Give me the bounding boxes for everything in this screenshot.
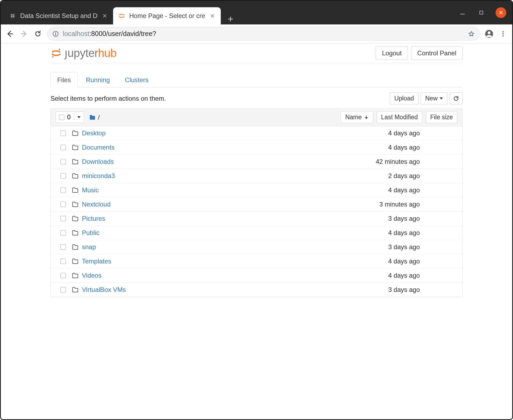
file-list: 0 / Name Last Modified bbox=[50, 108, 463, 297]
folder-outline-icon bbox=[72, 258, 79, 265]
folder-outline-icon bbox=[72, 201, 79, 208]
list-item[interactable]: Public 4 days ago bbox=[51, 226, 462, 240]
row-checkbox[interactable] bbox=[60, 287, 66, 292]
row-checkbox[interactable] bbox=[60, 202, 66, 207]
logout-button[interactable]: Logout bbox=[376, 46, 408, 60]
item-name[interactable]: miniconda3 bbox=[82, 172, 115, 180]
new-tab-button[interactable] bbox=[225, 14, 236, 24]
folder-outline-icon bbox=[72, 286, 79, 293]
url-text: localhost:8000/user/david/tree? bbox=[63, 30, 156, 38]
new-label: New bbox=[425, 95, 438, 102]
list-item[interactable]: Templates 4 days ago bbox=[51, 254, 462, 268]
list-item[interactable]: Downloads 42 minutes ago bbox=[51, 154, 462, 169]
browser-toolbar: localhost:8000/user/david/tree? bbox=[1, 24, 512, 43]
item-modified: 3 days ago bbox=[363, 243, 420, 251]
item-modified: 4 days ago bbox=[363, 272, 420, 279]
refresh-button[interactable] bbox=[450, 92, 463, 104]
window-close-icon[interactable] bbox=[496, 7, 506, 18]
folder-outline-icon bbox=[72, 244, 79, 251]
tab-close-icon[interactable] bbox=[101, 12, 108, 19]
row-checkbox[interactable] bbox=[60, 216, 66, 221]
row-checkbox[interactable] bbox=[60, 273, 66, 278]
svg-point-7 bbox=[55, 32, 56, 33]
item-name[interactable]: Videos bbox=[82, 272, 102, 279]
sort-file-size[interactable]: File size bbox=[426, 111, 457, 123]
new-dropdown[interactable]: New bbox=[421, 92, 447, 104]
select-all-cell[interactable]: 0 bbox=[56, 112, 74, 123]
list-item[interactable]: miniconda3 2 days ago bbox=[51, 169, 462, 183]
list-item[interactable]: Pictures 3 days ago bbox=[51, 211, 462, 226]
list-item[interactable]: Nextcloud 3 minutes ago bbox=[51, 197, 462, 211]
list-item[interactable]: Videos 4 days ago bbox=[51, 268, 462, 283]
list-item[interactable]: VirtualBox VMs 3 days ago bbox=[51, 283, 462, 297]
jupyterhub-logo[interactable]: ȷupyterhub bbox=[50, 46, 117, 60]
sort-last-modified[interactable]: Last Modified bbox=[377, 111, 422, 123]
item-name[interactable]: Templates bbox=[82, 258, 111, 265]
breadcrumb[interactable]: / bbox=[89, 114, 100, 121]
favicon-generic-icon bbox=[9, 12, 16, 20]
list-item[interactable]: Desktop 4 days ago bbox=[51, 126, 462, 140]
item-name[interactable]: Downloads bbox=[82, 158, 114, 165]
rows-container: Desktop 4 days ago Documents 4 days ago … bbox=[51, 126, 462, 297]
item-name[interactable]: Music bbox=[82, 186, 99, 194]
caret-down-icon bbox=[440, 97, 443, 99]
svg-point-9 bbox=[488, 31, 491, 34]
row-checkbox[interactable] bbox=[60, 145, 66, 150]
url-path: :8000/user/david/tree? bbox=[89, 30, 156, 37]
tab-close-icon[interactable] bbox=[209, 12, 216, 19]
omnibox[interactable]: localhost:8000/user/david/tree? bbox=[47, 27, 480, 41]
item-name[interactable]: Nextcloud bbox=[82, 201, 111, 208]
reload-button[interactable] bbox=[33, 29, 43, 39]
tab-inactive[interactable]: Data Scientist Setup and D bbox=[4, 7, 113, 24]
window-minimize-icon[interactable] bbox=[458, 8, 467, 17]
row-checkbox[interactable] bbox=[60, 159, 66, 164]
item-name[interactable]: Public bbox=[82, 229, 99, 237]
tabstrip: Data Scientist Setup and D Home Page - S… bbox=[4, 1, 458, 24]
arrow-down-icon bbox=[364, 115, 369, 120]
jupyterhub-header: ȷupyterhub Logout Control Panel bbox=[50, 43, 463, 63]
tab-running[interactable]: Running bbox=[79, 72, 117, 88]
site-info-icon[interactable] bbox=[52, 30, 59, 37]
row-checkbox[interactable] bbox=[60, 173, 66, 179]
row-checkbox[interactable] bbox=[60, 131, 66, 136]
back-button[interactable] bbox=[5, 29, 15, 39]
item-modified: 4 days ago bbox=[363, 229, 420, 237]
row-checkbox[interactable] bbox=[60, 230, 66, 236]
tab-clusters[interactable]: Clusters bbox=[118, 72, 155, 88]
list-item[interactable]: snap 3 days ago bbox=[51, 240, 462, 254]
item-name[interactable]: Documents bbox=[82, 144, 114, 151]
header-buttons: Logout Control Panel bbox=[376, 46, 463, 60]
tab-title: Data Scientist Setup and D bbox=[20, 12, 97, 20]
tab-active[interactable]: Home Page - Select or cre bbox=[113, 7, 221, 24]
list-item[interactable]: Documents 4 days ago bbox=[51, 140, 462, 154]
bookmark-star-icon[interactable] bbox=[468, 30, 475, 37]
svg-rect-2 bbox=[13, 15, 14, 16]
row-checkbox[interactable] bbox=[60, 259, 66, 264]
item-name[interactable]: snap bbox=[82, 243, 96, 251]
sort-name[interactable]: Name bbox=[341, 111, 373, 123]
select-all-checkbox[interactable] bbox=[59, 115, 64, 120]
svg-point-15 bbox=[52, 49, 53, 50]
forward-button bbox=[19, 29, 29, 39]
window-maximize-icon[interactable] bbox=[477, 8, 486, 17]
list-header: 0 / Name Last Modified bbox=[51, 108, 462, 126]
svg-rect-3 bbox=[11, 16, 12, 17]
folder-icon bbox=[89, 114, 96, 121]
profile-button[interactable] bbox=[484, 29, 494, 39]
item-modified: 4 days ago bbox=[363, 144, 420, 151]
caret-down-icon bbox=[77, 116, 81, 118]
item-name[interactable]: VirtualBox VMs bbox=[82, 286, 126, 294]
row-checkbox[interactable] bbox=[60, 244, 66, 250]
folder-outline-icon bbox=[72, 172, 79, 179]
select-all-group: 0 bbox=[56, 111, 84, 123]
select-menu-dropdown[interactable] bbox=[74, 114, 84, 120]
tab-files[interactable]: Files bbox=[50, 72, 78, 88]
list-item[interactable]: Music 4 days ago bbox=[51, 183, 462, 197]
item-name[interactable]: Pictures bbox=[82, 215, 105, 222]
kebab-menu-icon[interactable] bbox=[498, 29, 508, 39]
control-panel-button[interactable]: Control Panel bbox=[411, 46, 463, 60]
item-name[interactable]: Desktop bbox=[82, 129, 106, 137]
svg-rect-1 bbox=[11, 15, 12, 16]
row-checkbox[interactable] bbox=[60, 187, 66, 193]
upload-button[interactable]: Upload bbox=[390, 92, 418, 104]
